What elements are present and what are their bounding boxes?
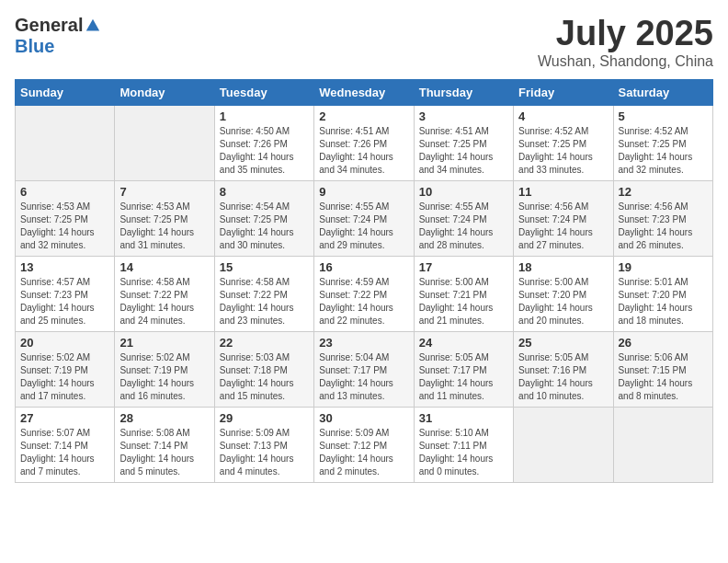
day-detail: Sunrise: 4:50 AM Sunset: 7:26 PM Dayligh… bbox=[220, 125, 309, 177]
calendar-cell: 5Sunrise: 4:52 AM Sunset: 7:25 PM Daylig… bbox=[613, 105, 712, 180]
calendar-table: SundayMondayTuesdayWednesdayThursdayFrid… bbox=[15, 79, 713, 483]
month-title: July 2025 bbox=[538, 15, 713, 53]
day-number: 5 bbox=[619, 109, 708, 123]
day-detail: Sunrise: 5:09 AM Sunset: 7:12 PM Dayligh… bbox=[319, 427, 408, 478]
day-number: 29 bbox=[220, 411, 309, 425]
calendar-cell: 3Sunrise: 4:51 AM Sunset: 7:25 PM Daylig… bbox=[414, 105, 513, 180]
calendar-week-row: 13Sunrise: 4:57 AM Sunset: 7:23 PM Dayli… bbox=[16, 256, 713, 331]
day-detail: Sunrise: 4:52 AM Sunset: 7:25 PM Dayligh… bbox=[518, 125, 608, 177]
day-detail: Sunrise: 5:04 AM Sunset: 7:17 PM Dayligh… bbox=[319, 351, 408, 403]
calendar-cell: 26Sunrise: 5:06 AM Sunset: 7:15 PM Dayli… bbox=[613, 331, 712, 407]
day-number: 16 bbox=[319, 260, 408, 274]
day-number: 3 bbox=[419, 109, 508, 123]
day-number: 21 bbox=[119, 336, 209, 350]
day-detail: Sunrise: 5:09 AM Sunset: 7:13 PM Dayligh… bbox=[220, 427, 309, 478]
day-number: 24 bbox=[419, 336, 508, 350]
day-detail: Sunrise: 5:01 AM Sunset: 7:20 PM Dayligh… bbox=[619, 276, 708, 327]
weekday-header: Monday bbox=[115, 79, 214, 105]
day-number: 14 bbox=[119, 260, 209, 274]
location: Wushan, Shandong, China bbox=[538, 53, 713, 70]
day-number: 6 bbox=[20, 185, 109, 199]
day-detail: Sunrise: 4:53 AM Sunset: 7:25 PM Dayligh… bbox=[119, 201, 209, 252]
day-detail: Sunrise: 5:00 AM Sunset: 7:21 PM Dayligh… bbox=[419, 276, 508, 327]
logo-icon bbox=[85, 17, 101, 34]
calendar-cell: 6Sunrise: 4:53 AM Sunset: 7:25 PM Daylig… bbox=[16, 180, 115, 256]
calendar-cell: 15Sunrise: 4:58 AM Sunset: 7:22 PM Dayli… bbox=[214, 256, 313, 331]
logo: General Blue bbox=[15, 15, 101, 57]
day-detail: Sunrise: 5:02 AM Sunset: 7:19 PM Dayligh… bbox=[119, 351, 209, 403]
calendar-cell: 9Sunrise: 4:55 AM Sunset: 7:24 PM Daylig… bbox=[314, 180, 414, 256]
calendar-cell: 13Sunrise: 4:57 AM Sunset: 7:23 PM Dayli… bbox=[16, 256, 115, 331]
calendar-cell: 19Sunrise: 5:01 AM Sunset: 7:20 PM Dayli… bbox=[613, 256, 712, 331]
day-number: 4 bbox=[518, 109, 608, 123]
calendar-cell: 23Sunrise: 5:04 AM Sunset: 7:17 PM Dayli… bbox=[314, 331, 414, 407]
day-number: 30 bbox=[319, 411, 408, 425]
day-number: 17 bbox=[419, 260, 508, 274]
day-number: 15 bbox=[220, 260, 309, 274]
weekday-header: Saturday bbox=[613, 79, 712, 105]
day-number: 26 bbox=[619, 336, 708, 350]
calendar-cell: 10Sunrise: 4:55 AM Sunset: 7:24 PM Dayli… bbox=[414, 180, 513, 256]
calendar-week-row: 27Sunrise: 5:07 AM Sunset: 7:14 PM Dayli… bbox=[16, 407, 713, 482]
calendar-cell: 27Sunrise: 5:07 AM Sunset: 7:14 PM Dayli… bbox=[16, 407, 115, 482]
title-block: July 2025 Wushan, Shandong, China bbox=[538, 15, 713, 70]
day-detail: Sunrise: 5:03 AM Sunset: 7:18 PM Dayligh… bbox=[220, 351, 309, 403]
calendar-week-row: 20Sunrise: 5:02 AM Sunset: 7:19 PM Dayli… bbox=[16, 331, 713, 407]
calendar-cell: 18Sunrise: 5:00 AM Sunset: 7:20 PM Dayli… bbox=[514, 256, 613, 331]
day-detail: Sunrise: 4:59 AM Sunset: 7:22 PM Dayligh… bbox=[319, 276, 408, 327]
day-detail: Sunrise: 4:57 AM Sunset: 7:23 PM Dayligh… bbox=[20, 276, 109, 327]
calendar-cell: 24Sunrise: 5:05 AM Sunset: 7:17 PM Dayli… bbox=[414, 331, 513, 407]
weekday-header: Friday bbox=[514, 79, 613, 105]
day-detail: Sunrise: 4:54 AM Sunset: 7:25 PM Dayligh… bbox=[220, 201, 309, 252]
day-detail: Sunrise: 5:10 AM Sunset: 7:11 PM Dayligh… bbox=[419, 427, 508, 478]
day-detail: Sunrise: 4:56 AM Sunset: 7:24 PM Dayligh… bbox=[518, 201, 608, 252]
day-detail: Sunrise: 5:06 AM Sunset: 7:15 PM Dayligh… bbox=[619, 351, 708, 403]
day-number: 8 bbox=[220, 185, 309, 199]
weekday-header-row: SundayMondayTuesdayWednesdayThursdayFrid… bbox=[16, 79, 713, 105]
day-detail: Sunrise: 4:58 AM Sunset: 7:22 PM Dayligh… bbox=[119, 276, 209, 327]
calendar-cell: 29Sunrise: 5:09 AM Sunset: 7:13 PM Dayli… bbox=[214, 407, 313, 482]
logo-blue: Blue bbox=[15, 36, 54, 57]
calendar-cell: 31Sunrise: 5:10 AM Sunset: 7:11 PM Dayli… bbox=[414, 407, 513, 482]
calendar-cell bbox=[115, 105, 214, 180]
calendar-cell: 11Sunrise: 4:56 AM Sunset: 7:24 PM Dayli… bbox=[514, 180, 613, 256]
day-detail: Sunrise: 5:00 AM Sunset: 7:20 PM Dayligh… bbox=[518, 276, 608, 327]
day-number: 20 bbox=[20, 336, 109, 350]
calendar-cell: 14Sunrise: 4:58 AM Sunset: 7:22 PM Dayli… bbox=[115, 256, 214, 331]
calendar-cell: 17Sunrise: 5:00 AM Sunset: 7:21 PM Dayli… bbox=[414, 256, 513, 331]
day-detail: Sunrise: 5:02 AM Sunset: 7:19 PM Dayligh… bbox=[20, 351, 109, 403]
day-detail: Sunrise: 5:05 AM Sunset: 7:16 PM Dayligh… bbox=[518, 351, 608, 403]
calendar-cell bbox=[16, 105, 115, 180]
calendar-cell: 22Sunrise: 5:03 AM Sunset: 7:18 PM Dayli… bbox=[214, 331, 313, 407]
day-number: 25 bbox=[518, 336, 608, 350]
calendar-cell: 12Sunrise: 4:56 AM Sunset: 7:23 PM Dayli… bbox=[613, 180, 712, 256]
calendar-cell: 28Sunrise: 5:08 AM Sunset: 7:14 PM Dayli… bbox=[115, 407, 214, 482]
day-number: 1 bbox=[220, 109, 309, 123]
calendar-cell bbox=[514, 407, 613, 482]
svg-marker-0 bbox=[86, 18, 99, 30]
day-detail: Sunrise: 4:55 AM Sunset: 7:24 PM Dayligh… bbox=[319, 201, 408, 252]
calendar-cell: 8Sunrise: 4:54 AM Sunset: 7:25 PM Daylig… bbox=[214, 180, 313, 256]
day-number: 9 bbox=[319, 185, 408, 199]
day-detail: Sunrise: 4:55 AM Sunset: 7:24 PM Dayligh… bbox=[419, 201, 508, 252]
day-number: 2 bbox=[319, 109, 408, 123]
day-detail: Sunrise: 4:58 AM Sunset: 7:22 PM Dayligh… bbox=[220, 276, 309, 327]
day-number: 19 bbox=[619, 260, 708, 274]
day-number: 31 bbox=[419, 411, 508, 425]
calendar-cell: 20Sunrise: 5:02 AM Sunset: 7:19 PM Dayli… bbox=[16, 331, 115, 407]
day-number: 23 bbox=[319, 336, 408, 350]
calendar-cell: 21Sunrise: 5:02 AM Sunset: 7:19 PM Dayli… bbox=[115, 331, 214, 407]
day-number: 13 bbox=[20, 260, 109, 274]
calendar-cell: 16Sunrise: 4:59 AM Sunset: 7:22 PM Dayli… bbox=[314, 256, 414, 331]
weekday-header: Thursday bbox=[414, 79, 513, 105]
calendar-week-row: 1Sunrise: 4:50 AM Sunset: 7:26 PM Daylig… bbox=[16, 105, 713, 180]
weekday-header: Sunday bbox=[16, 79, 115, 105]
calendar-cell: 1Sunrise: 4:50 AM Sunset: 7:26 PM Daylig… bbox=[214, 105, 313, 180]
calendar-cell bbox=[613, 407, 712, 482]
calendar-cell: 30Sunrise: 5:09 AM Sunset: 7:12 PM Dayli… bbox=[314, 407, 414, 482]
day-number: 18 bbox=[518, 260, 608, 274]
page-header: General Blue July 2025 Wushan, Shandong,… bbox=[15, 15, 713, 70]
day-detail: Sunrise: 4:51 AM Sunset: 7:26 PM Dayligh… bbox=[319, 125, 408, 177]
day-number: 22 bbox=[220, 336, 309, 350]
calendar-cell: 25Sunrise: 5:05 AM Sunset: 7:16 PM Dayli… bbox=[514, 331, 613, 407]
